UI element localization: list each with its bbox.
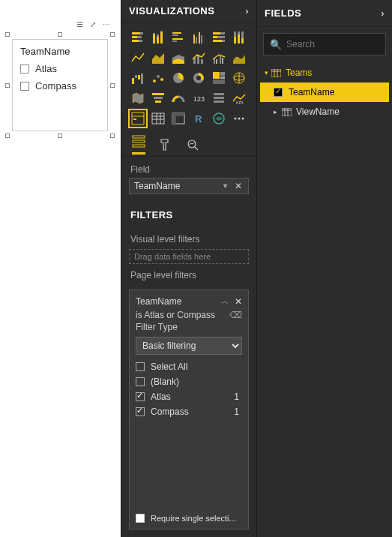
field-label: TeamName [289,87,334,98]
filter-option[interactable]: Compass 1 [136,404,242,419]
filter-type-label: Filter Type [136,322,242,332]
viz-kpi[interactable]: KPI [230,89,248,107]
checkbox-icon[interactable] [136,377,145,386]
svg-rect-6 [153,34,155,44]
viz-table[interactable] [149,110,167,128]
svg-rect-39 [216,59,217,64]
visualizations-header[interactable]: VISUALIZATIONS › [121,0,256,22]
slicer-item-label: Compass [35,80,76,92]
checkbox-icon[interactable] [20,82,29,91]
viz-card[interactable]: 123 [190,89,208,107]
require-single-selection[interactable]: Require single selecti... [136,514,242,523]
checkbox-icon[interactable] [20,64,29,74]
checkbox-icon[interactable] [136,407,145,416]
viz-map[interactable] [230,69,248,87]
svg-point-82 [242,117,244,119]
more-options-icon[interactable]: ⋯ [100,18,112,30]
svg-rect-54 [220,76,225,79]
collapse-icon[interactable]: ︿ [221,296,229,307]
focus-mode-icon[interactable]: ⤢ [87,18,99,30]
svg-rect-85 [133,145,145,147]
remove-field-icon[interactable]: ✕ [233,181,244,191]
viz-gauge[interactable] [169,89,187,107]
slicer-item[interactable]: Atlas [13,60,107,77]
viz-arcgis[interactable] [210,110,228,128]
viz-line[interactable] [129,49,147,67]
viz-100-stacked-bar[interactable] [210,28,228,46]
viz-stacked-bar[interactable] [129,28,147,46]
checkbox-icon[interactable] [136,514,145,523]
viz-area[interactable] [149,49,167,67]
svg-rect-42 [132,78,134,84]
filter-card-field: TeamName [136,296,181,307]
viz-treemap[interactable] [210,69,228,87]
svg-rect-21 [220,32,225,34]
viz-clustered-column[interactable] [190,28,208,46]
slicer-mode-icon[interactable]: ☰ [73,18,85,30]
checkbox-icon[interactable] [136,362,145,371]
viz-line-clustered-column[interactable] [210,49,228,67]
filter-option[interactable]: Select All [136,359,242,374]
viz-scatter[interactable] [149,69,167,87]
slicer-item[interactable]: Compass [13,77,107,94]
filter-option-count: 1 [234,406,242,417]
svg-rect-65 [214,100,224,103]
viz-donut[interactable] [190,69,208,87]
chevron-right-icon[interactable]: › [381,8,385,19]
viz-clustered-bar[interactable] [169,28,187,46]
svg-rect-4 [132,40,139,42]
viz-stacked-area[interactable] [169,49,187,67]
viz-matrix[interactable] [169,110,187,128]
table-label: Teams [286,68,312,78]
svg-rect-14 [172,38,183,40]
tab-format[interactable] [159,138,172,152]
svg-rect-27 [234,37,236,44]
svg-rect-70 [152,113,164,124]
viz-r-script[interactable]: R [190,110,208,128]
tab-fields[interactable] [132,134,145,154]
viz-funnel[interactable] [149,89,167,107]
field-node-teamname[interactable]: TeamName [260,82,389,102]
viz-waterfall[interactable] [129,69,147,87]
svg-rect-59 [152,93,164,95]
svg-rect-77 [172,113,184,116]
svg-rect-11 [160,31,163,32]
viz-filled-map[interactable] [129,89,147,107]
viz-slicer[interactable] [129,110,147,128]
tab-analytics[interactable] [186,138,199,152]
viz-import-custom[interactable] [230,110,248,128]
fields-search[interactable]: 🔍 [263,33,386,56]
chevron-down-icon[interactable]: ▼ [222,182,229,190]
svg-rect-61 [155,100,161,103]
clear-filter-icon[interactable]: ⌫ [229,310,242,320]
table-icon [282,108,292,116]
svg-rect-0 [132,32,140,34]
field-well[interactable]: TeamName ▼ ✕ [129,178,249,194]
slicer-visual[interactable]: TeamName Atlas Compass [12,39,108,131]
svg-rect-16 [193,34,195,44]
visual-filters-dropzone[interactable]: Drag data fields here [129,249,249,264]
filter-option[interactable]: Atlas 1 [136,389,242,404]
report-canvas[interactable]: ☰ ⤢ ⋯ TeamName Atlas Compass [0,0,121,537]
filter-option[interactable]: (Blank) [136,374,242,389]
viz-multirow-card[interactable] [210,89,228,107]
pane-title: FIELDS [265,8,301,19]
fields-tree: ▾ Teams TeamName ▸ ViewName [257,62,392,123]
fields-header[interactable]: FIELDS › [257,0,392,27]
viz-pie[interactable] [169,69,187,87]
viz-100-stacked-column[interactable] [230,28,248,46]
viz-ribbon[interactable] [230,49,248,67]
remove-filter-icon[interactable]: ✕ [235,296,242,307]
chevron-right-icon[interactable]: › [245,5,249,16]
filter-type-select[interactable]: Basic filtering [136,337,242,355]
svg-rect-12 [172,32,181,34]
table-node-teams[interactable]: ▾ Teams [260,63,389,82]
checkbox-icon[interactable] [136,392,145,401]
filter-values-list: Select All (Blank) Atlas 1 Compass 1 [136,359,242,419]
viz-line-stacked-column[interactable] [190,49,208,67]
search-input[interactable] [286,39,379,50]
viz-stacked-column[interactable] [149,28,167,46]
checkbox-icon[interactable] [274,88,283,97]
field-node-viewname[interactable]: ▸ ViewName [260,102,389,122]
field-well-value: TeamName [134,181,180,191]
